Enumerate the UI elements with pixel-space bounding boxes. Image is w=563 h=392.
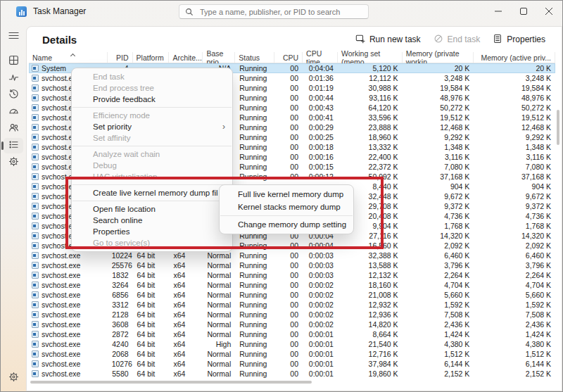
column-header-name[interactable]: Name [29, 52, 108, 63]
menu-item-full-live-kernel-memory-dump[interactable]: Full live kernel memory dump [220, 188, 353, 201]
maximize-button[interactable] [511, 1, 536, 22]
column-header-memory_private[interactable]: Memory (private workin... [403, 52, 474, 63]
cell-memory_active: 48,976 K [474, 93, 555, 103]
menu-item-provide-feedback[interactable]: Provide feedback [72, 94, 232, 105]
menu-item-set-priority[interactable]: Set priority› [72, 121, 232, 132]
cell-working_set: 22,372 K [338, 162, 403, 172]
app-history-icon [8, 89, 19, 102]
process-icon [32, 203, 39, 210]
cell-memory_private: 14,320 K [403, 231, 474, 241]
sidebar-item-processes[interactable] [4, 53, 23, 69]
column-header-memory_active[interactable]: Memory (active priv... [474, 52, 555, 63]
cell-status: Running [235, 349, 274, 359]
column-header-cpu_time[interactable]: CPU time [303, 52, 338, 63]
table-row[interactable]: svchost.exe287264 bitx64NormalRunning000… [29, 329, 555, 339]
cell-memory_private: 6,144 K [403, 359, 474, 369]
details-icon [8, 139, 19, 153]
processes-icon [8, 55, 19, 68]
menu-item-kernel-stacks-memory-dump[interactable]: Kernel stacks memory dump [220, 201, 353, 213]
cell-platform: 64 bit [133, 290, 170, 300]
page-title: Details [42, 34, 77, 46]
table-row[interactable]: svchost.exe558064 bitx64NormalRunning000… [29, 369, 555, 379]
table-row[interactable]: svchost.exe2557664 bitx64NormalRunning00… [29, 260, 555, 270]
cell-memory_active: 3,796 K [474, 260, 555, 270]
performance-icon [8, 72, 19, 85]
cell-base_priority: Normal [203, 329, 235, 339]
cell-status: Running [235, 251, 274, 260]
end-task-button: End task [427, 30, 487, 49]
table-row[interactable]: svchost.exe360864 bitx64NormalRunning000… [29, 320, 555, 329]
cell-memory_private: 1,512 K [403, 349, 474, 359]
cell-memory_active: 4,736 K [474, 211, 555, 221]
sidebar-item-app-history[interactable] [4, 87, 23, 103]
cell-memory_active: 12,468 K [474, 122, 555, 132]
table-row[interactable]: svchost.exe331264 bitx64NormalRunning000… [29, 300, 555, 310]
cell-memory_private: 7,508 K [403, 310, 474, 320]
cell-cpu: 00 [274, 152, 303, 162]
column-header-status[interactable]: Status [235, 52, 274, 63]
table-row[interactable]: svchost.exe326464 bitx64NormalRunning000… [29, 280, 555, 290]
cell-architecture: x64 [169, 349, 203, 359]
menu-item-search-online[interactable]: Search online [72, 215, 232, 226]
horizontal-scrollbar-thumb[interactable] [30, 381, 312, 384]
column-header-working_set[interactable]: Working set (memo... [338, 52, 403, 63]
process-icon [32, 144, 39, 151]
horizontal-scrollbar[interactable] [29, 381, 555, 384]
cell-cpu_time: 0:00:02 [303, 300, 338, 310]
table-row[interactable]: svchost.exe1027664 bitx64NormalRunning00… [29, 359, 555, 369]
sidebar-item-settings[interactable] [4, 370, 23, 386]
column-header-pid[interactable]: PID [108, 52, 133, 63]
table-row[interactable]: svchost.exe1022464 bitx64NormalRunning00… [29, 251, 555, 260]
sidebar-item-startup-apps[interactable] [4, 104, 23, 120]
search-input[interactable] [198, 7, 362, 17]
menu-item-create-live-kernel-memory-dump-file[interactable]: Create live kernel memory dump file› [72, 187, 232, 198]
column-header-cpu[interactable]: CPU [274, 52, 303, 63]
cell-working_set: 21,540 K [338, 339, 403, 349]
cell-working_set: 23,888 K [338, 122, 403, 132]
cell-memory_active: 2,092 K [474, 241, 555, 251]
cell-working_set: 13,588 K [338, 260, 403, 270]
process-icon [32, 134, 39, 141]
cell-base_priority: Normal [203, 349, 235, 359]
cell-working_set: 12,932 K [338, 300, 403, 310]
column-header-platform[interactable]: Platform [133, 52, 170, 63]
menu-item-open-file-location[interactable]: Open file location [72, 203, 232, 215]
table-row[interactable]: svchost.exe212864 bitx64NormalRunning000… [29, 310, 555, 320]
sidebar-item-details[interactable] [4, 138, 23, 153]
cell-platform: 64 bit [133, 280, 170, 290]
vertical-scrollbar[interactable] [557, 63, 559, 379]
process-icon [32, 213, 39, 220]
cell-cpu_time: 0:00:18 [303, 142, 338, 152]
cell-status: Running [235, 260, 274, 270]
menu-item-change-memory-dump-settings[interactable]: Change memory dump settings [220, 218, 353, 231]
run-new-task-button[interactable]: Run new task [349, 30, 427, 49]
cell-cpu_time: 0:00:29 [303, 122, 338, 132]
process-name: svchost.exe [42, 339, 80, 349]
cell-memory_active: 5,660 K [474, 290, 555, 300]
sidebar-item-performance[interactable] [4, 70, 23, 86]
sidebar-item-services[interactable] [4, 155, 23, 170]
cell-cpu: 00 [274, 73, 303, 83]
close-button[interactable] [536, 1, 562, 22]
column-header-base_priority[interactable]: Base prio... [203, 52, 235, 63]
column-header-architecture[interactable]: Archite... [169, 52, 203, 63]
cell-status: Running [235, 83, 274, 93]
menu-item-end-task: End task [72, 71, 232, 82]
navigation-menu-button[interactable] [4, 28, 23, 44]
menu-item-properties[interactable]: Properties [72, 226, 232, 237]
process-icon [32, 163, 39, 170]
cell-memory_active: 14,320 K [474, 231, 555, 241]
table-row[interactable]: svchost.exe206864 bitx64NormalRunning000… [29, 349, 555, 359]
sidebar-item-users[interactable] [4, 121, 23, 137]
vertical-scrollbar-thumb[interactable] [557, 110, 559, 145]
minimize-button[interactable] [486, 1, 511, 22]
cell-name: svchost.exe [29, 320, 108, 329]
table-row[interactable]: svchost.exe183264 bitx64NormalRunning000… [29, 270, 555, 280]
task-manager-window: Task Manager Details Run new task [0, 0, 563, 392]
properties-button[interactable]: Properties [486, 30, 552, 49]
context-menu: End taskEnd process treeProvide feedback… [71, 68, 233, 252]
hamburger-icon [8, 30, 19, 42]
cell-status: Running [235, 329, 274, 339]
table-row[interactable]: svchost.exe424064 bitx64HighRunning000:0… [29, 339, 555, 349]
table-row[interactable]: svchost.exe685664 bitx64NormalRunning000… [29, 290, 555, 300]
